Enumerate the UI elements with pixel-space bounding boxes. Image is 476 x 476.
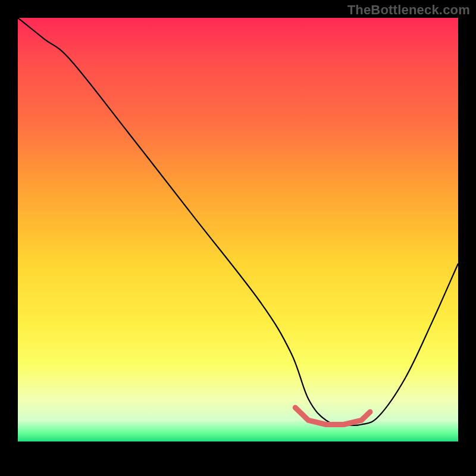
chart-container: TheBottleneck.com xyxy=(0,0,476,476)
bottleneck-curve xyxy=(18,18,458,425)
optimal-range-highlight xyxy=(295,408,370,425)
plot-area xyxy=(18,18,458,458)
watermark-text: TheBottleneck.com xyxy=(347,2,470,18)
curve-layer xyxy=(18,18,458,458)
